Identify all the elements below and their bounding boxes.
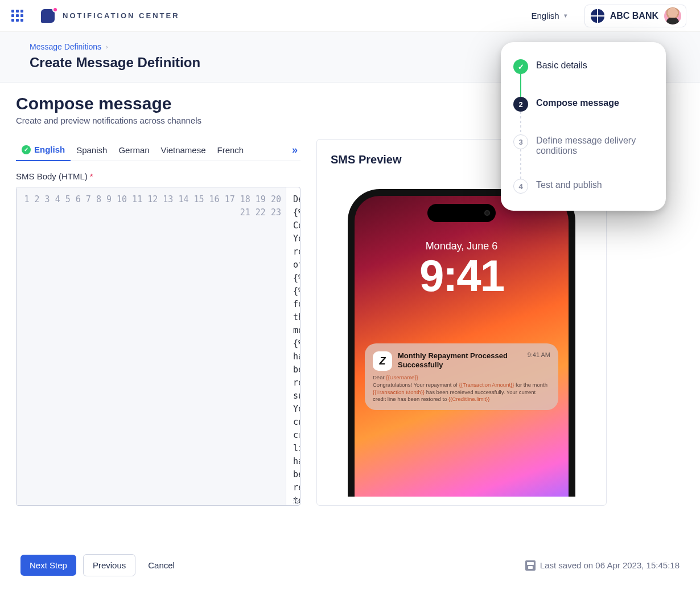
- org-switcher[interactable]: ABC BANK: [584, 5, 686, 27]
- tab-label: Vietnamese: [161, 145, 206, 155]
- language-tabs: ✓ English Spanish German Vietnamese Fren…: [16, 139, 300, 161]
- token-username: {{Username}}: [386, 374, 418, 380]
- step-delivery-conditions[interactable]: 3 Define message delivery conditions: [513, 134, 651, 179]
- editor-panel: ✓ English Spanish German Vietnamese Fren…: [16, 139, 300, 506]
- brand: NOTIFICATION CENTER: [41, 8, 180, 24]
- cancel-button[interactable]: Cancel: [148, 560, 175, 570]
- tab-label: French: [217, 145, 244, 155]
- lock-screen-time: 9:41: [355, 253, 569, 298]
- notification-card: Z Monthly Repayment Processed Successful…: [365, 343, 558, 410]
- tab-label: Spanish: [76, 145, 107, 155]
- code-area[interactable]: Dear {%=accountholder.name}, Congratulat…: [286, 187, 300, 505]
- camera-icon: [484, 210, 490, 216]
- previous-button[interactable]: Previous: [83, 554, 135, 576]
- phone-mockup: Monday, June 6 9:41 Z Monthly Repayment …: [348, 189, 575, 497]
- notif-text: Congratulations! Your repayment of: [373, 382, 459, 388]
- stepper-card: ✓ Basic details 2 Compose message 3 Defi…: [501, 42, 666, 211]
- notification-time: 9:41 AM: [528, 351, 550, 358]
- check-icon: ✓: [22, 145, 31, 154]
- tabs-overflow-icon[interactable]: »: [287, 140, 300, 161]
- step-number: 4: [513, 179, 528, 194]
- step-compose-message[interactable]: 2 Compose message: [513, 97, 651, 134]
- save-icon: [525, 560, 536, 571]
- last-saved: Last saved on 06 Apr 2023, 15:45:18: [525, 560, 680, 571]
- sms-body-label: SMS Body (HTML)*: [16, 171, 300, 181]
- notification-app-icon: Z: [373, 351, 392, 371]
- tab-german[interactable]: German: [113, 140, 155, 161]
- step-label: Test and publish: [536, 179, 602, 190]
- step-test-publish[interactable]: 4 Test and publish: [513, 179, 651, 194]
- step-number: 2: [513, 97, 528, 112]
- last-saved-text: Last saved on 06 Apr 2023, 15:45:18: [540, 560, 680, 570]
- footer-bar: Next Step Previous Cancel Last saved on …: [0, 554, 700, 576]
- step-basic-details[interactable]: ✓ Basic details: [513, 59, 651, 97]
- chevron-down-icon: ▾: [564, 12, 567, 19]
- line-gutter: 1 2 3 4 5 6 7 8 9 10 11 12 13 14 15 16 1…: [17, 187, 286, 505]
- breadcrumb-parent[interactable]: Message Definitions: [30, 42, 101, 51]
- tab-spanish[interactable]: Spanish: [71, 140, 113, 161]
- notification-title: Monthly Repayment Processed Successfully: [398, 351, 522, 369]
- org-logo-icon: [591, 9, 604, 23]
- tab-english[interactable]: ✓ English: [16, 139, 71, 161]
- top-bar: NOTIFICATION CENTER English ▾ ABC BANK: [0, 0, 700, 32]
- brand-logo-icon: [41, 8, 57, 24]
- required-indicator: *: [90, 171, 93, 181]
- step-label: Basic details: [536, 59, 587, 71]
- next-step-button[interactable]: Next Step: [20, 555, 76, 576]
- language-select[interactable]: English ▾: [526, 7, 571, 24]
- token-month: {{Transaction Month}}: [373, 389, 425, 395]
- step-label: Define message delivery conditions: [536, 134, 651, 156]
- language-label: English: [531, 11, 559, 21]
- org-name: ABC BANK: [610, 11, 658, 21]
- notification-body: Dear {{Username}} Congratulations! Your …: [373, 374, 550, 403]
- check-icon: ✓: [513, 59, 528, 74]
- step-number: 3: [513, 134, 528, 149]
- resize-handle-icon[interactable]: [293, 498, 299, 504]
- notif-text: for the month: [514, 382, 547, 388]
- notif-text: Dear: [373, 374, 386, 380]
- sms-body-editor[interactable]: 1 2 3 4 5 6 7 8 9 10 11 12 13 14 15 16 1…: [16, 187, 300, 506]
- token-limit: {{Creditline.limit}}: [448, 396, 489, 402]
- brand-text: NOTIFICATION CENTER: [63, 11, 180, 20]
- tab-vietnamese[interactable]: Vietnamese: [155, 140, 212, 161]
- chevron-right-icon: ›: [106, 43, 108, 50]
- step-label: Compose message: [536, 97, 619, 108]
- app-launcher-icon[interactable]: [9, 8, 25, 24]
- tab-french[interactable]: French: [212, 140, 250, 161]
- token-amount: {{Transaction Amount}}: [459, 382, 514, 388]
- avatar: [664, 7, 681, 24]
- field-label-text: SMS Body (HTML): [16, 171, 88, 181]
- tab-label: German: [118, 145, 149, 155]
- tab-label: English: [34, 145, 65, 154]
- phone-notch: [427, 204, 496, 222]
